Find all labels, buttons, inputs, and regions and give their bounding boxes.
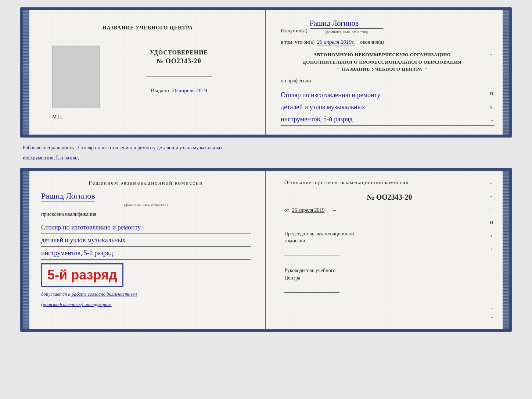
ot-date: 26 апреля 2019 [292,207,324,213]
dopuskaetsya-prefix: допускается к [41,291,71,297]
specialty-section: Рабочая специальность - Столяр по изгото… [20,143,512,162]
protocol-number: № OO2343-20 [284,193,495,202]
photo-placeholder [52,46,100,108]
side-dash-r3: – [490,206,495,212]
dopuskaetsya-work2: (производственным) инструкциям [41,302,112,307]
completion-date-1: 26 апреля 2019г. [317,39,355,46]
side-arrow-r: ← [490,246,495,252]
side-dash-2: – [490,64,495,70]
profession-line3: инструментов, 5-й разряд [281,113,495,125]
org-line1: АВТОНОМНУЮ НЕКОММЕРЧЕСКУЮ ОРГАНИЗАЦИЮ [313,52,451,57]
side-i: И [490,91,495,97]
sign-line-rukovoditel [284,292,339,293]
dopuskaetsya-row: допускается к работе согласно должностны… [41,291,251,297]
rukovoditel-line1: Руководитель учебного [284,268,335,273]
razryad-box: 5-й разряд [41,263,123,287]
right-page-1: Получил(а) Рашид Логинов (фамилия, имя, … [266,10,509,135]
v-tom-label: в том, что он(а) [281,39,314,45]
doc2-right: Основание: протокол экзаменационной коми… [266,171,509,329]
certificate-number-1: № OO2343-20 [157,57,201,65]
poluchil-row: Получил(а) Рашид Логинов (фамилия, имя, … [281,19,495,34]
document-card-2: Решением экзаменационной комиссии Рашид … [20,168,512,332]
specialty-label-2: инструментов, 5-й разряд [20,153,512,162]
udostoverenie-label: УДОСТОВЕРЕНИЕ [150,49,208,56]
edge-right-2 [503,171,509,329]
kvalif-line3: инструментов, 5-й разряд [41,247,251,260]
bottom-dash-2: – [491,305,493,311]
rukovoditel-block: Руководитель учебного Центра [284,267,495,281]
specialty-text-main: Рабочая специальность - Столяр по изгото… [23,145,223,150]
resheniem-label: Решением экзаменационной комиссии [41,180,251,186]
mp-label: М.П. [52,114,251,120]
left-page-1: НАЗВАНИЕ УЧЕБНОГО ЦЕНТРА УДОСТОВЕРЕНИЕ №… [23,10,266,135]
fio-subtitle-1: (фамилия, имя, отчество) [324,29,368,34]
name-doc2: Рашид Логинов [41,191,95,202]
doc2-left: Решением экзаменационной комиссии Рашид … [23,171,266,329]
side-a-r: а [490,233,495,239]
profession-line2: деталей и узлов музыкальных [281,101,495,113]
v-tom-row: в том, что он(а) 26 апреля 2019г. окончи… [281,39,495,46]
specialty-text-2: инструментов, 5-й разряд [23,155,79,160]
predsedatel-block: Председатель экзаменационной комиссии [284,230,495,245]
fio-subtitle-2: (фамилия, имя, отчество) [124,203,168,207]
side-i-r: И [490,220,495,225]
side-dash-3: – [490,78,495,83]
training-center-title: НАЗВАНИЕ УЧЕБНОГО ЦЕНТРА [45,25,251,31]
sign-line-predsedatel [284,256,339,256]
dash-after-name: – [389,28,392,34]
vydano-label: Выдано [151,88,169,93]
edge-right-1 [503,10,509,135]
bottom-dash-3: – [491,314,493,320]
vydano-date: 26 апреля 2019 [172,88,207,93]
okончил-label: окончил(а) [360,39,384,45]
org-line3: " НАЗВАНИЕ УЧЕБНОГО ЦЕНТРА " [337,66,428,72]
po-professii-label: по профессии [281,78,495,84]
ot-prefix: от [284,207,289,213]
side-a: а [490,104,495,110]
specialty-label: Рабочая специальность - Столяр по изгото… [20,143,512,152]
osnovanie-label: Основание: протокол экзаменационной коми… [284,180,484,186]
kvalif-line1: Столяр по изготовлению и ремонту [41,221,251,234]
ot-date-row: от 26 апреля 2019 – [284,207,495,213]
dopuskaetsya-work: работе согласно должностным [72,291,137,297]
ot-dash: – [333,207,336,213]
razryad-big-text: 5-й разряд [47,267,117,282]
bottom-dash-1: – [491,296,493,302]
dopuskaetsya-row2: (производственным) инструкциям [41,302,251,307]
side-dash-r2: – [490,193,495,199]
predsedatel-line1: Председатель экзаменационной [284,231,354,236]
side-arrow: ← [490,117,495,123]
document-card-1: НАЗВАНИЕ УЧЕБНОГО ЦЕНТРА УДОСТОВЕРЕНИЕ №… [20,7,512,138]
kvalif-line2: деталей и узлов музыкальных [41,234,251,247]
predsedatel-line2: комиссии [284,238,305,243]
rukovoditel-line2: Центра [284,275,300,281]
profession-line1: Столяр по изготовлению и ремонту [281,89,495,101]
prisvoena-label: присвоена квалификация [41,211,251,217]
recipient-name-1: Рашид Логинов [310,19,383,29]
org-block: АВТОНОМНУЮ НЕКОММЕРЧЕСКУЮ ОРГАНИЗАЦИЮ ДО… [281,51,484,73]
side-dash-1: – [490,51,495,57]
org-line2: ДОПОЛНИТЕЛЬНОГО ПРОФЕССИОНАЛЬНОГО ОБРАЗО… [303,59,461,65]
poluchil-label: Получил(а) [281,28,308,34]
side-dash-r1: – [490,180,495,186]
